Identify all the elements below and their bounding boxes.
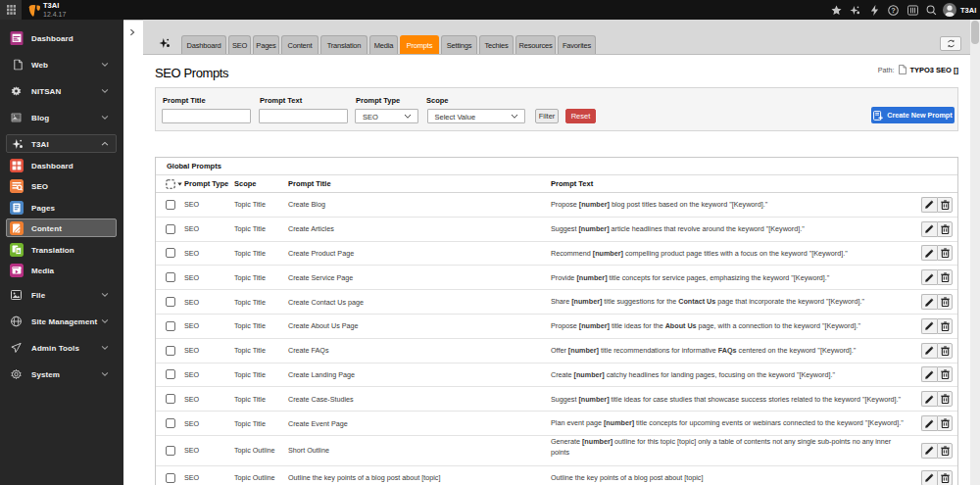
- svg-text:?: ?: [891, 6, 896, 15]
